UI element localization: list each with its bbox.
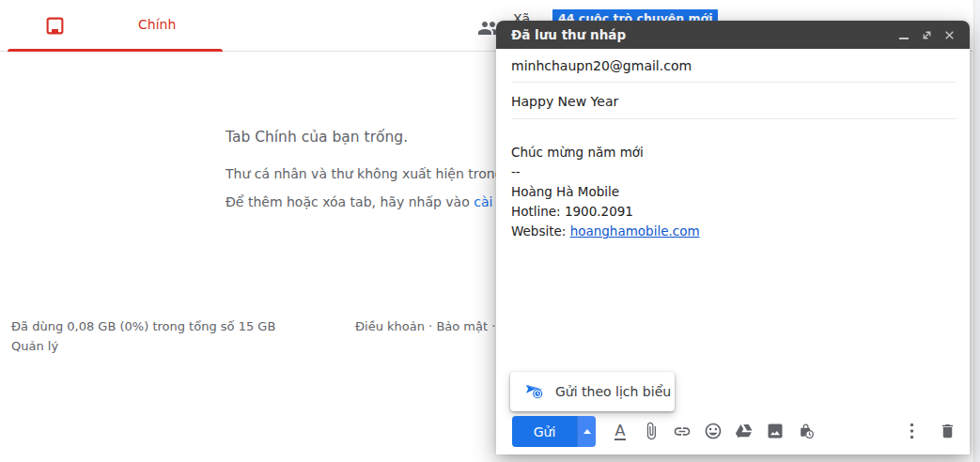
primary-tab-icon bbox=[45, 16, 65, 39]
body-line: Hotline: 1900.2091 bbox=[511, 202, 953, 222]
insert-photo-icon[interactable] bbox=[766, 420, 785, 442]
empty-tab-hint: Để thêm hoặc xóa tab, hãy nhấp vào cài đ… bbox=[226, 194, 539, 209]
send-button[interactable]: Gửi bbox=[512, 416, 577, 447]
insert-emoji-icon[interactable] bbox=[704, 420, 723, 442]
compose-window: Đã lưu thư nháp minhchaupn20@gmail.com H… bbox=[496, 21, 970, 454]
body-line: -- bbox=[511, 162, 953, 182]
tab-social[interactable]: Xã ... 44 cuộc trò chuyện mới Facebook, … bbox=[228, 0, 457, 52]
tab-primary[interactable]: Chính bbox=[0, 0, 228, 52]
page-scrollbar[interactable] bbox=[973, 0, 980, 462]
drive-icon[interactable] bbox=[735, 420, 754, 442]
body-line: Hoàng Hà Mobile bbox=[511, 182, 953, 202]
schedule-send-label: Gửi theo lịch biểu bbox=[555, 384, 671, 399]
discard-draft-icon[interactable] bbox=[938, 420, 957, 442]
active-tab-indicator bbox=[8, 49, 223, 52]
insert-link-icon[interactable] bbox=[673, 420, 692, 442]
compose-title: Đã lưu thư nháp bbox=[511, 27, 626, 42]
schedule-send-menu-item[interactable]: Gửi theo lịch biểu bbox=[510, 372, 675, 411]
website-link[interactable]: hoanghamobile.com bbox=[570, 223, 700, 239]
empty-tab-title: Tab Chính của bạn trống. bbox=[226, 129, 408, 146]
close-icon[interactable] bbox=[938, 21, 960, 49]
empty-tab-description: Thư cá nhân và thư không xuất hiện trong… bbox=[226, 166, 530, 181]
body-line: Website: hoanghamobile.com bbox=[511, 222, 953, 241]
empty-tab-hint-text: Để thêm hoặc xóa tab, hãy nhấp vào bbox=[226, 194, 474, 209]
send-options-dropdown[interactable] bbox=[577, 416, 596, 447]
compose-toolbar: A bbox=[611, 420, 816, 442]
storage-usage-text: Đã dùng 0,08 GB (0%) trong tổng số 15 GB bbox=[11, 319, 275, 333]
attach-file-icon[interactable] bbox=[642, 420, 661, 442]
compose-toolbar-right bbox=[902, 420, 957, 442]
confidential-mode-icon[interactable] bbox=[797, 420, 816, 442]
formatting-options-icon[interactable]: A bbox=[611, 420, 630, 442]
body-line: Chúc mừng năm mới bbox=[511, 143, 953, 162]
minimize-icon[interactable] bbox=[893, 21, 915, 49]
message-body[interactable]: Chúc mừng năm mới -- Hoàng Hà Mobile Hot… bbox=[511, 143, 953, 241]
more-options-icon[interactable] bbox=[902, 420, 921, 442]
dropdown-arrow-icon bbox=[583, 429, 591, 434]
recipient-field[interactable]: minhchaupn20@gmail.com bbox=[496, 49, 970, 83]
manage-storage-link[interactable]: Quản lý bbox=[11, 339, 58, 353]
tab-primary-label: Chính bbox=[138, 17, 176, 32]
legal-links[interactable]: Điều khoản · Bảo mật · Ch bbox=[355, 319, 516, 333]
compose-header[interactable]: Đã lưu thư nháp bbox=[496, 21, 970, 49]
subject-field[interactable]: Happy New Year bbox=[496, 83, 970, 119]
subject-value: Happy New Year bbox=[511, 94, 618, 109]
schedule-send-icon bbox=[524, 381, 545, 402]
recipient-value: minhchaupn20@gmail.com bbox=[511, 58, 692, 73]
pop-out-icon[interactable] bbox=[915, 21, 938, 49]
compose-window-controls bbox=[893, 21, 960, 49]
send-button-group: Gửi bbox=[512, 416, 596, 447]
